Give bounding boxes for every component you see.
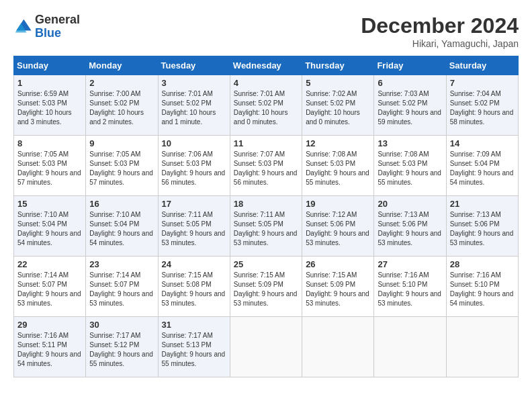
table-row: 17 Sunrise: 7:11 AMSunset: 5:05 PMDaylig… (158, 196, 230, 257)
day-info: Sunrise: 7:00 AMSunset: 5:02 PMDaylight:… (89, 90, 144, 126)
day-number: 14 (450, 138, 515, 148)
day-number: 10 (162, 138, 226, 148)
day-number: 4 (234, 78, 298, 88)
day-info: Sunrise: 6:59 AMSunset: 5:03 PMDaylight:… (17, 90, 72, 126)
header-thursday: Thursday (302, 56, 374, 75)
table-row: 10 Sunrise: 7:06 AMSunset: 5:03 PMDaylig… (158, 136, 230, 196)
header-tuesday: Tuesday (158, 56, 230, 75)
day-number: 1 (17, 78, 82, 88)
table-row: 6 Sunrise: 7:03 AMSunset: 5:02 PMDayligh… (374, 75, 446, 136)
day-number: 18 (234, 199, 298, 209)
month-year-title: December 2024 (361, 13, 519, 38)
day-info: Sunrise: 7:05 AMSunset: 5:03 PMDaylight:… (89, 150, 153, 186)
day-info: Sunrise: 7:16 AMSunset: 5:10 PMDaylight:… (450, 271, 514, 307)
week-row-5: 29 Sunrise: 7:16 AMSunset: 5:11 PMDaylig… (14, 317, 519, 377)
table-row: 16 Sunrise: 7:10 AMSunset: 5:04 PMDaylig… (86, 196, 158, 257)
day-number: 24 (162, 259, 226, 269)
day-info: Sunrise: 7:15 AMSunset: 5:08 PMDaylight:… (162, 271, 226, 307)
day-number: 12 (306, 138, 370, 148)
day-number: 17 (162, 199, 226, 209)
day-info: Sunrise: 7:17 AMSunset: 5:12 PMDaylight:… (89, 332, 153, 367)
calendar-table: Sunday Monday Tuesday Wednesday Thursday… (13, 56, 519, 377)
week-row-2: 8 Sunrise: 7:05 AMSunset: 5:03 PMDayligh… (14, 136, 519, 196)
day-number: 27 (378, 259, 442, 269)
table-row: 2 Sunrise: 7:00 AMSunset: 5:02 PMDayligh… (86, 75, 158, 136)
table-row: 15 Sunrise: 7:10 AMSunset: 5:04 PMDaylig… (14, 196, 86, 257)
table-row (230, 317, 302, 377)
table-row (446, 317, 518, 377)
table-row: 29 Sunrise: 7:16 AMSunset: 5:11 PMDaylig… (14, 317, 86, 377)
table-row: 4 Sunrise: 7:01 AMSunset: 5:02 PMDayligh… (230, 75, 302, 136)
table-row: 30 Sunrise: 7:17 AMSunset: 5:12 PMDaylig… (86, 317, 158, 377)
day-info: Sunrise: 7:14 AMSunset: 5:07 PMDaylight:… (89, 271, 153, 307)
day-number: 7 (450, 78, 515, 88)
week-row-3: 15 Sunrise: 7:10 AMSunset: 5:04 PMDaylig… (14, 196, 519, 257)
logo-icon (13, 17, 32, 36)
logo-text: General Blue (35, 13, 80, 40)
logo-general-text: General (35, 13, 80, 26)
day-number: 13 (378, 138, 442, 148)
day-info: Sunrise: 7:13 AMSunset: 5:06 PMDaylight:… (378, 211, 441, 246)
table-row: 13 Sunrise: 7:08 AMSunset: 5:03 PMDaylig… (374, 136, 446, 196)
table-row: 22 Sunrise: 7:14 AMSunset: 5:07 PMDaylig… (14, 257, 86, 317)
day-info: Sunrise: 7:11 AMSunset: 5:05 PMDaylight:… (234, 211, 298, 246)
table-row (302, 317, 374, 377)
week-row-4: 22 Sunrise: 7:14 AMSunset: 5:07 PMDaylig… (14, 257, 519, 317)
day-info: Sunrise: 7:04 AMSunset: 5:02 PMDaylight:… (450, 90, 514, 126)
day-number: 6 (378, 78, 442, 88)
table-row (374, 317, 446, 377)
day-info: Sunrise: 7:01 AMSunset: 5:02 PMDaylight:… (234, 90, 288, 126)
header-friday: Friday (374, 56, 446, 75)
table-row: 20 Sunrise: 7:13 AMSunset: 5:06 PMDaylig… (374, 196, 446, 257)
table-row: 7 Sunrise: 7:04 AMSunset: 5:02 PMDayligh… (446, 75, 518, 136)
day-number: 3 (162, 78, 226, 88)
table-row: 18 Sunrise: 7:11 AMSunset: 5:05 PMDaylig… (230, 196, 302, 257)
title-area: December 2024 Hikari, Yamaguchi, Japan (361, 13, 519, 49)
table-row: 23 Sunrise: 7:14 AMSunset: 5:07 PMDaylig… (86, 257, 158, 317)
day-info: Sunrise: 7:02 AMSunset: 5:02 PMDaylight:… (306, 90, 360, 126)
table-row: 26 Sunrise: 7:15 AMSunset: 5:09 PMDaylig… (302, 257, 374, 317)
table-row: 14 Sunrise: 7:09 AMSunset: 5:04 PMDaylig… (446, 136, 518, 196)
logo-blue-text: Blue (35, 26, 61, 40)
day-number: 19 (306, 199, 370, 209)
day-number: 5 (306, 78, 370, 88)
day-number: 22 (17, 259, 82, 269)
day-info: Sunrise: 7:16 AMSunset: 5:10 PMDaylight:… (378, 271, 441, 307)
day-info: Sunrise: 7:10 AMSunset: 5:04 PMDaylight:… (89, 211, 153, 246)
day-number: 25 (234, 259, 298, 269)
day-info: Sunrise: 7:08 AMSunset: 5:03 PMDaylight:… (378, 150, 441, 186)
day-number: 8 (17, 138, 82, 148)
day-number: 15 (17, 199, 82, 209)
header-saturday: Saturday (446, 56, 518, 75)
table-row: 5 Sunrise: 7:02 AMSunset: 5:02 PMDayligh… (302, 75, 374, 136)
weekday-header-row: Sunday Monday Tuesday Wednesday Thursday… (14, 56, 519, 75)
day-info: Sunrise: 7:07 AMSunset: 5:03 PMDaylight:… (234, 150, 298, 186)
header-sunday: Sunday (14, 56, 86, 75)
header-monday: Monday (86, 56, 158, 75)
table-row: 24 Sunrise: 7:15 AMSunset: 5:08 PMDaylig… (158, 257, 230, 317)
table-row: 9 Sunrise: 7:05 AMSunset: 5:03 PMDayligh… (86, 136, 158, 196)
day-info: Sunrise: 7:15 AMSunset: 5:09 PMDaylight:… (306, 271, 369, 307)
day-number: 23 (89, 259, 154, 269)
table-row: 21 Sunrise: 7:13 AMSunset: 5:06 PMDaylig… (446, 196, 518, 257)
day-info: Sunrise: 7:03 AMSunset: 5:02 PMDaylight:… (378, 90, 441, 126)
week-row-1: 1 Sunrise: 6:59 AMSunset: 5:03 PMDayligh… (14, 75, 519, 136)
table-row: 25 Sunrise: 7:15 AMSunset: 5:09 PMDaylig… (230, 257, 302, 317)
day-info: Sunrise: 7:08 AMSunset: 5:03 PMDaylight:… (306, 150, 369, 186)
table-row: 8 Sunrise: 7:05 AMSunset: 5:03 PMDayligh… (14, 136, 86, 196)
header: General Blue December 2024 Hikari, Yamag… (13, 13, 519, 49)
day-info: Sunrise: 7:12 AMSunset: 5:06 PMDaylight:… (306, 211, 369, 246)
day-number: 31 (162, 320, 226, 330)
day-number: 20 (378, 199, 442, 209)
day-number: 9 (89, 138, 154, 148)
table-row: 3 Sunrise: 7:01 AMSunset: 5:02 PMDayligh… (158, 75, 230, 136)
day-number: 30 (89, 320, 154, 330)
day-number: 2 (89, 78, 154, 88)
table-row: 1 Sunrise: 6:59 AMSunset: 5:03 PMDayligh… (14, 75, 86, 136)
day-info: Sunrise: 7:15 AMSunset: 5:09 PMDaylight:… (234, 271, 298, 307)
day-info: Sunrise: 7:01 AMSunset: 5:02 PMDaylight:… (162, 90, 216, 126)
table-row: 31 Sunrise: 7:17 AMSunset: 5:13 PMDaylig… (158, 317, 230, 377)
day-number: 29 (17, 320, 82, 330)
logo: General Blue (13, 13, 80, 40)
day-number: 16 (89, 199, 154, 209)
